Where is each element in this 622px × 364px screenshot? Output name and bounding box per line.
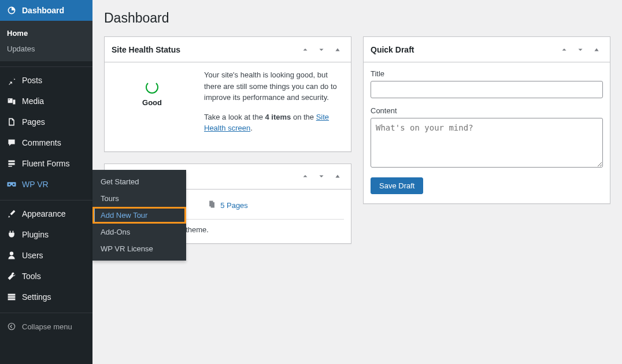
sidebar-item-plugins[interactable]: Plugins bbox=[0, 224, 92, 245]
page-stack-icon bbox=[208, 200, 217, 211]
sidebar-item-label: Fluent Forms bbox=[22, 159, 69, 168]
sidebar-item-label: Users bbox=[22, 251, 43, 260]
forms-icon bbox=[6, 158, 17, 169]
quick-draft-title-input[interactable] bbox=[371, 81, 603, 98]
sidebar-subitem-updates[interactable]: Updates bbox=[0, 41, 92, 57]
sidebar-item-label: WP VR bbox=[22, 180, 49, 189]
sidebar-item-tools[interactable]: Tools bbox=[0, 266, 92, 287]
pages-icon bbox=[6, 116, 17, 128]
pin-icon bbox=[6, 75, 17, 86]
admin-sidebar: Dashboard Home Updates Posts Media Pages… bbox=[0, 0, 92, 364]
sidebar-item-label: Plugins bbox=[22, 230, 49, 239]
sidebar-item-settings[interactable]: Settings bbox=[0, 287, 92, 307]
sidebar-item-dashboard[interactable]: Dashboard bbox=[0, 0, 92, 21]
sidebar-item-label: Media bbox=[22, 96, 44, 106]
menu-separator bbox=[0, 64, 92, 67]
widget-title: Quick Draft bbox=[371, 45, 414, 54]
user-icon bbox=[6, 250, 17, 261]
sidebar-submenu-dashboard: Home Updates bbox=[0, 21, 92, 61]
site-health-header: Site Health Status bbox=[105, 37, 351, 62]
move-down-button[interactable] bbox=[574, 43, 587, 56]
plug-icon bbox=[6, 229, 17, 240]
wrench-icon bbox=[6, 270, 17, 282]
toggle-panel-button[interactable] bbox=[331, 43, 344, 56]
health-indicator: Good bbox=[112, 69, 192, 107]
flyout-item-get-started[interactable]: Get Started bbox=[92, 173, 186, 190]
media-icon bbox=[6, 95, 17, 107]
health-status-label: Good bbox=[112, 98, 192, 107]
site-health-widget: Site Health Status Good Y bbox=[104, 36, 351, 152]
move-up-button[interactable] bbox=[558, 43, 571, 56]
sidebar-item-pages[interactable]: Pages bbox=[0, 112, 92, 132]
move-up-button[interactable] bbox=[299, 43, 312, 56]
collapse-icon bbox=[6, 321, 17, 332]
sidebar-item-comments[interactable]: Comments bbox=[0, 132, 92, 153]
sidebar-item-label: Tools bbox=[22, 272, 41, 281]
sidebar-item-users[interactable]: Users bbox=[0, 245, 92, 266]
sidebar-item-appearance[interactable]: Appearance bbox=[0, 203, 92, 224]
move-up-button[interactable] bbox=[299, 170, 312, 183]
sidebar-item-label: Comments bbox=[22, 138, 61, 147]
dashboard-icon bbox=[6, 5, 17, 16]
sidebar-item-posts[interactable]: Posts bbox=[0, 70, 92, 91]
sliders-icon bbox=[6, 291, 17, 303]
menu-separator bbox=[0, 310, 92, 313]
title-label: Title bbox=[371, 69, 603, 78]
quick-draft-content-textarea[interactable] bbox=[371, 118, 603, 168]
quick-draft-widget: Quick Draft Title Content bbox=[363, 36, 610, 204]
health-progress-icon bbox=[146, 81, 158, 94]
toggle-panel-button[interactable] bbox=[590, 43, 603, 56]
sidebar-item-wpvr[interactable]: WP VR bbox=[0, 174, 92, 195]
sidebar-item-media[interactable]: Media bbox=[0, 91, 92, 112]
glance-pages-link[interactable]: 5 Pages bbox=[220, 201, 248, 210]
health-cta: Take a look at the 4 items on the Site H… bbox=[204, 112, 344, 134]
collapse-label: Collapse menu bbox=[22, 322, 72, 331]
sidebar-item-label: Dashboard bbox=[22, 6, 64, 15]
widget-title: Site Health Status bbox=[112, 45, 180, 54]
collapse-menu[interactable]: Collapse menu bbox=[0, 316, 92, 337]
wpvr-flyout-menu: Get Started Tours Add New Tour Add-Ons W… bbox=[92, 170, 186, 261]
toggle-panel-button[interactable] bbox=[331, 170, 344, 183]
flyout-item-tours[interactable]: Tours bbox=[92, 190, 186, 207]
content-label: Content bbox=[371, 106, 603, 115]
flyout-item-add-new-tour[interactable]: Add New Tour bbox=[92, 207, 186, 224]
flyout-item-addons[interactable]: Add-Ons bbox=[92, 224, 186, 240]
health-description: Your site's health is looking good, but … bbox=[204, 69, 344, 103]
svg-point-0 bbox=[8, 323, 14, 329]
page-title: Dashboard bbox=[104, 10, 610, 26]
move-down-button[interactable] bbox=[315, 170, 328, 183]
quick-draft-header: Quick Draft bbox=[364, 37, 610, 62]
sidebar-item-fluent-forms[interactable]: Fluent Forms bbox=[0, 153, 92, 174]
comments-icon bbox=[6, 137, 17, 148]
vr-icon bbox=[6, 179, 17, 190]
sidebar-item-label: Appearance bbox=[22, 209, 66, 218]
sidebar-item-label: Settings bbox=[22, 292, 51, 302]
brush-icon bbox=[6, 208, 17, 220]
sidebar-item-label: Pages bbox=[22, 117, 45, 127]
move-down-button[interactable] bbox=[315, 43, 328, 56]
flyout-item-license[interactable]: WP VR License bbox=[92, 240, 186, 257]
sidebar-item-label: Posts bbox=[22, 76, 42, 85]
menu-separator bbox=[0, 198, 92, 200]
sidebar-subitem-home[interactable]: Home bbox=[0, 25, 92, 41]
save-draft-button[interactable]: Save Draft bbox=[371, 177, 423, 194]
